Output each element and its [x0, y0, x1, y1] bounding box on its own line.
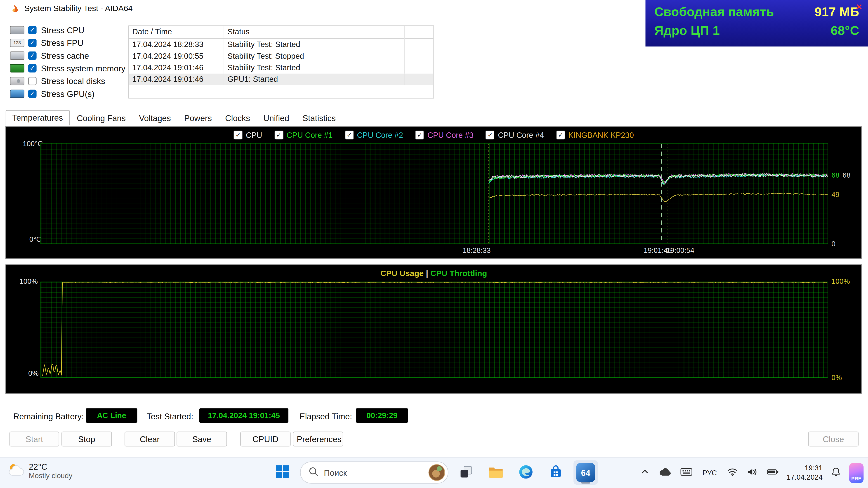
- cpu-icon: [10, 26, 24, 34]
- checkbox[interactable]: [28, 76, 37, 85]
- edge-button[interactable]: [514, 460, 538, 485]
- volume-icon: [747, 467, 758, 478]
- log-cell-datetime[interactable]: 17.04.2024 18:28:33: [129, 39, 224, 50]
- legend-checkbox[interactable]: ✓: [556, 131, 565, 139]
- onedrive-button[interactable]: [658, 461, 673, 485]
- file-explorer-button[interactable]: [484, 460, 508, 485]
- cpu-usage-series-svg: [41, 282, 828, 377]
- tab-temperatures[interactable]: Temperatures: [5, 110, 69, 126]
- osd-panel: Свободная память917 МБЯдро ЦП 168°C ✕: [646, 0, 868, 46]
- preferences-button[interactable]: Preferences: [293, 431, 343, 447]
- task-view-button[interactable]: [454, 460, 478, 485]
- tab-cooling-fans[interactable]: Cooling Fans: [71, 111, 132, 126]
- log-cell-status[interactable]: Stability Test: Started: [224, 39, 405, 50]
- legend-checkbox[interactable]: ✓: [415, 131, 424, 139]
- legend-item[interactable]: ✓CPU Core #4: [486, 131, 544, 139]
- stress-option[interactable]: ✓Stress system memory: [10, 64, 125, 72]
- x-axis-time-label: 18:28:33: [458, 246, 495, 255]
- save-button[interactable]: Save: [177, 431, 227, 447]
- stress-option-label: Stress system memory: [41, 63, 125, 73]
- checkbox[interactable]: ✓: [28, 51, 37, 60]
- search-box[interactable]: Поиск: [300, 461, 448, 484]
- osd-rows: Свободная память917 МБЯдро ЦП 168°C: [654, 4, 859, 42]
- checkbox[interactable]: ✓: [28, 64, 37, 72]
- remaining-battery-label: Remaining Battery:: [13, 412, 84, 421]
- store-button[interactable]: [544, 460, 568, 485]
- log-cell-empty: [405, 74, 433, 85]
- stress-option[interactable]: Stress local disks: [10, 76, 125, 85]
- language-button[interactable]: РУС: [700, 461, 719, 485]
- y-axis-min-label: 0%: [28, 369, 39, 377]
- weather-icon: [8, 462, 24, 479]
- log-cell-datetime[interactable]: 17.04.2024 19:01:46: [129, 62, 224, 73]
- stress-option-label: Stress CPU: [41, 25, 84, 35]
- stress-option-label: Stress GPU(s): [41, 89, 94, 98]
- log-cell-status[interactable]: GPU1: Started: [224, 74, 405, 85]
- taskbar-center: Поиск: [270, 460, 598, 485]
- search-icon: [308, 466, 318, 479]
- log-column-header: Date / Time: [129, 26, 224, 39]
- volume-button[interactable]: [746, 461, 759, 485]
- legend-item[interactable]: ✓CPU Core #1: [274, 131, 333, 139]
- tab-unified[interactable]: Unified: [257, 111, 295, 126]
- tab-powers[interactable]: Powers: [178, 111, 218, 126]
- log-cell-datetime[interactable]: 17.04.2024 19:01:46: [129, 74, 224, 85]
- clock[interactable]: 19:31 17.04.2024: [786, 463, 823, 482]
- touch-keyboard-button[interactable]: [679, 461, 694, 485]
- cpuid-button[interactable]: CPUID: [240, 431, 291, 447]
- start-menu-button[interactable]: [270, 460, 294, 485]
- stress-option[interactable]: ✓Stress FPU: [10, 38, 125, 47]
- log-cell-status[interactable]: Stability Test: Stopped: [224, 51, 405, 62]
- legend-label: CPU Core #2: [357, 131, 403, 139]
- battery-button[interactable]: [766, 461, 780, 485]
- wifi-button[interactable]: [725, 461, 739, 485]
- legend-label: CPU: [246, 131, 262, 139]
- aida64-taskbar-button[interactable]: 64: [574, 460, 598, 485]
- elapsed-time-value: 00:29:29: [356, 408, 408, 423]
- legend-checkbox[interactable]: ✓: [345, 131, 353, 139]
- legend-item[interactable]: ✓CPU Core #3: [415, 131, 473, 139]
- log-cell-datetime[interactable]: 17.04.2024 19:00:55: [129, 51, 224, 62]
- legend-item[interactable]: ✓CPU: [234, 131, 262, 139]
- running-app-indicator: [581, 482, 590, 484]
- search-daily-image[interactable]: [429, 464, 445, 481]
- event-log-table[interactable]: Date / TimeStatus17.04.2024 18:28:33Stab…: [128, 26, 434, 98]
- legend-checkbox[interactable]: ✓: [274, 131, 283, 139]
- axis-value-label: 0%: [831, 373, 842, 382]
- log-cell-status[interactable]: Stability Test: Started: [224, 62, 405, 73]
- log-column-header: Status: [224, 26, 405, 39]
- stop-button[interactable]: Stop: [61, 431, 112, 447]
- tab-voltages[interactable]: Voltages: [133, 111, 177, 126]
- keyboard-icon: [680, 467, 692, 478]
- axis-value-label: 49: [831, 190, 839, 199]
- cpu-usage-chart-panel: CPU Usage | CPU Throttling 100% 0% 100%0…: [5, 265, 862, 394]
- legend-checkbox[interactable]: ✓: [486, 131, 495, 139]
- chart-title-part: |: [424, 269, 430, 278]
- chevron-up-icon: [640, 467, 649, 478]
- cloud-icon: [659, 467, 672, 478]
- stress-option[interactable]: ✓Stress CPU: [10, 26, 125, 34]
- windows-logo-icon: [275, 465, 289, 480]
- legend-label: CPU Core #1: [287, 131, 333, 139]
- tray-overflow-button[interactable]: [638, 461, 651, 485]
- legend-item[interactable]: ✓CPU Core #2: [345, 131, 403, 139]
- osd-close-icon[interactable]: ✕: [856, 2, 863, 12]
- checkbox[interactable]: ✓: [28, 26, 37, 34]
- axis-value-label: 0: [831, 239, 835, 248]
- start-button: Start: [9, 431, 59, 447]
- folder-icon: [488, 465, 504, 480]
- weather-widget[interactable]: 22°C Mostly cloudy: [8, 462, 72, 480]
- legend-checkbox[interactable]: ✓: [234, 131, 243, 139]
- store-icon: [549, 464, 563, 481]
- tab-statistics[interactable]: Statistics: [296, 111, 342, 126]
- notification-bell-button[interactable]: [829, 461, 843, 485]
- stress-option[interactable]: ✓Stress GPU(s): [10, 89, 125, 98]
- tab-clocks[interactable]: Clocks: [219, 111, 256, 126]
- clear-button[interactable]: Clear: [125, 431, 175, 447]
- stress-option[interactable]: ✓Stress cache: [10, 51, 125, 60]
- legend-item[interactable]: ✓KINGBANK KP230: [556, 131, 634, 139]
- checkbox[interactable]: ✓: [28, 90, 37, 98]
- chart-title-part: CPU Throttling: [430, 269, 487, 278]
- temperature-series-svg: [41, 144, 828, 243]
- checkbox[interactable]: ✓: [28, 38, 37, 47]
